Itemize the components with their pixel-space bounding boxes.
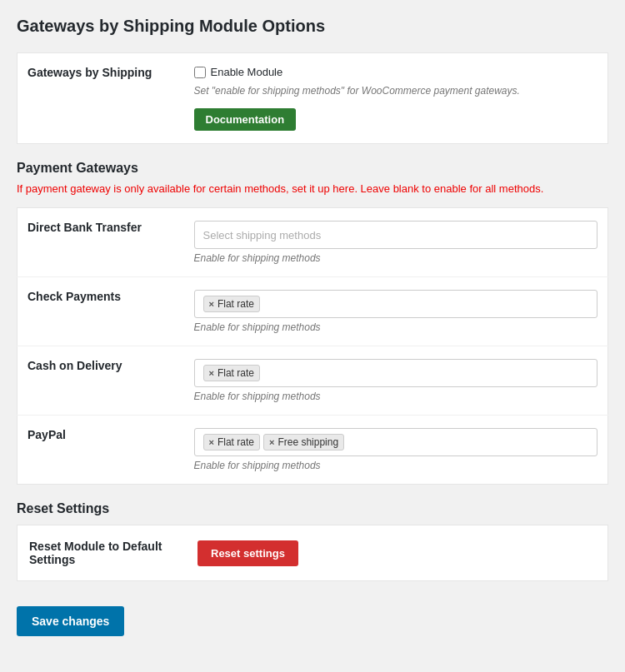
save-changes-button[interactable]: Save changes xyxy=(17,606,124,636)
module-options-table: Gateways by Shipping Enable Module Set "… xyxy=(17,52,608,144)
gateway-label: Check Payments xyxy=(18,277,184,346)
field-container: × Flat rate × Free shipping Enable for s… xyxy=(194,428,598,471)
payment-gateways-description: If payment gateway is only available for… xyxy=(17,182,608,195)
table-row: PayPal × Flat rate × Free shipping En xyxy=(18,416,608,485)
tag-remove-icon[interactable]: × xyxy=(269,437,274,447)
gateway-field-cell: × Flat rate Enable for shipping methods xyxy=(184,277,608,346)
gateway-field-cell: × Flat rate Enable for shipping methods xyxy=(184,346,608,416)
page-title: Gateways by Shipping Module Options xyxy=(17,17,608,36)
reset-settings-header: Reset Settings xyxy=(17,501,608,516)
tag-label: Flat rate xyxy=(218,367,254,379)
module-row: Gateways by Shipping Enable Module Set "… xyxy=(18,53,608,144)
enable-checkbox-row: Enable Module xyxy=(194,66,283,78)
page-wrapper: Gateways by Shipping Module Options Gate… xyxy=(0,0,625,661)
module-help-text: Set "enable for shipping methods" for Wo… xyxy=(194,85,520,97)
tag-remove-icon[interactable]: × xyxy=(209,299,214,309)
placeholder-text: Select shipping methods xyxy=(203,229,322,241)
enable-module-checkbox[interactable] xyxy=(194,67,206,78)
module-controls: Enable Module Set "enable for shipping m… xyxy=(184,53,608,144)
field-container: × Flat rate Enable for shipping methods xyxy=(194,290,598,333)
field-hint: Enable for shipping methods xyxy=(194,460,598,471)
tag-label: Flat rate xyxy=(218,298,254,310)
list-item: × Flat rate xyxy=(203,365,260,381)
check-payments-select[interactable]: × Flat rate xyxy=(194,290,598,318)
payment-gateways-header: Payment Gateways xyxy=(17,161,608,176)
reset-row: Reset Module to Default Settings Reset s… xyxy=(19,527,606,579)
field-hint: Enable for shipping methods xyxy=(194,391,598,402)
documentation-button[interactable]: Documentation xyxy=(194,108,297,131)
enable-row: Enable Module Set "enable for shipping m… xyxy=(194,66,598,131)
list-item: × Flat rate xyxy=(203,296,260,312)
list-item: × Flat rate xyxy=(203,434,260,450)
direct-bank-transfer-select[interactable]: Select shipping methods xyxy=(194,221,598,249)
reset-button-cell: Reset settings xyxy=(188,527,606,579)
table-row: Direct Bank Transfer Select shipping met… xyxy=(18,208,608,277)
reset-table: Reset Module to Default Settings Reset s… xyxy=(17,525,608,581)
list-item: × Free shipping xyxy=(263,434,344,450)
cash-on-delivery-select[interactable]: × Flat rate xyxy=(194,359,598,387)
gateway-field-cell: Select shipping methods Enable for shipp… xyxy=(184,208,608,277)
paypal-select[interactable]: × Flat rate × Free shipping xyxy=(194,428,598,456)
module-label: Gateways by Shipping xyxy=(18,53,184,144)
payment-gateways-table: Direct Bank Transfer Select shipping met… xyxy=(17,207,608,485)
tag-label: Flat rate xyxy=(218,436,254,448)
field-container: × Flat rate Enable for shipping methods xyxy=(194,359,598,402)
reset-settings-button[interactable]: Reset settings xyxy=(198,540,298,566)
field-hint: Enable for shipping methods xyxy=(194,252,598,264)
table-row: Check Payments × Flat rate Enable for sh… xyxy=(18,277,608,346)
gateway-label: PayPal xyxy=(18,416,184,485)
reset-label: Reset Module to Default Settings xyxy=(19,527,186,579)
gateway-field-cell: × Flat rate × Free shipping Enable for s… xyxy=(184,416,608,485)
tag-remove-icon[interactable]: × xyxy=(209,437,214,447)
gateway-label: Direct Bank Transfer xyxy=(18,208,184,277)
table-row: Cash on Delivery × Flat rate Enable for … xyxy=(18,346,608,416)
field-hint: Enable for shipping methods xyxy=(194,321,598,333)
tag-remove-icon[interactable]: × xyxy=(209,368,214,378)
field-container: Select shipping methods Enable for shipp… xyxy=(194,221,598,264)
enable-module-label: Enable Module xyxy=(211,66,283,78)
gateway-label: Cash on Delivery xyxy=(18,346,184,416)
tag-label: Free shipping xyxy=(278,436,338,448)
